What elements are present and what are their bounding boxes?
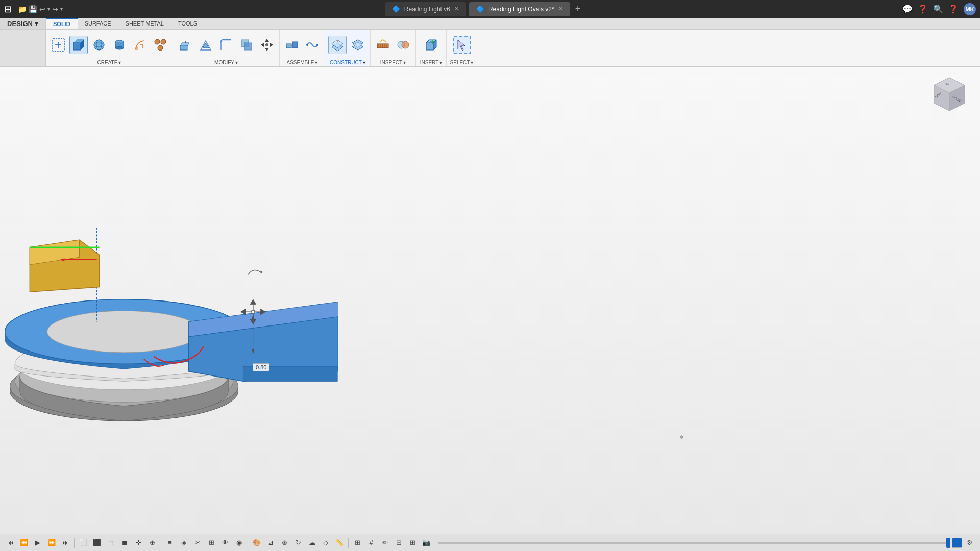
svg-text:TOP: TOP: [944, 82, 950, 85]
tab-sheet-metal[interactable]: SHEET METAL: [118, 18, 171, 29]
inspect-label[interactable]: INSPECT ▾: [380, 60, 406, 65]
snap-button[interactable]: ⊕: [146, 537, 158, 549]
timeline-thumb[interactable]: [946, 538, 950, 548]
solid-view-button[interactable]: ⬛: [91, 537, 103, 549]
color-swatch[interactable]: [952, 538, 962, 548]
apps-icon[interactable]: ⊞: [4, 4, 12, 15]
render-button[interactable]: ◇: [320, 537, 332, 549]
svg-rect-14: [135, 47, 138, 50]
joint-bottom-button[interactable]: ⊿: [264, 537, 277, 549]
tab-close-2[interactable]: ✕: [558, 6, 563, 12]
environment-button[interactable]: ☁: [306, 537, 318, 549]
separator-4: [348, 538, 349, 548]
grid-button[interactable]: #: [365, 537, 377, 549]
undo-icon[interactable]: ↩: [39, 5, 45, 13]
undo-arrow[interactable]: ▾: [47, 6, 50, 12]
frame-view-button[interactable]: ⬜: [77, 537, 89, 549]
modify-label[interactable]: MODIFY ▾: [214, 60, 238, 65]
group-assemble: ASSEMBLE ▾: [280, 30, 325, 66]
avatar[interactable]: MK: [964, 3, 976, 15]
select-icon[interactable]: [453, 36, 471, 54]
move-icon[interactable]: [258, 36, 276, 54]
shaded-button[interactable]: ◼: [118, 537, 131, 549]
assemble-icons: [283, 32, 322, 59]
insert-mesh-icon[interactable]: [422, 36, 440, 54]
midplane-icon[interactable]: [349, 36, 367, 54]
group-insert: INSERT ▾: [416, 30, 447, 66]
tab-reading-light-ovals-v2[interactable]: 🔷 Reading Light Ovals v2* ✕: [469, 2, 570, 16]
sketch-button[interactable]: ✏: [379, 537, 391, 549]
tab-icon-1: 🔷: [392, 5, 400, 13]
step-back-button[interactable]: ⏪: [18, 537, 30, 549]
design-dropdown[interactable]: DESIGN ▾: [0, 18, 46, 29]
cylinder-icon[interactable]: [110, 36, 129, 54]
group-modify: MODIFY ▾: [173, 30, 280, 66]
redo-arrow[interactable]: ▾: [60, 6, 63, 12]
settings-button[interactable]: ⚙: [964, 537, 976, 549]
save-icon[interactable]: 💾: [29, 5, 37, 13]
skip-forward-button[interactable]: ⏭: [59, 537, 71, 549]
base-button[interactable]: ⊟: [393, 537, 405, 549]
chat-icon[interactable]: 💬: [902, 4, 913, 14]
motion-icon[interactable]: [303, 36, 322, 54]
file-icon[interactable]: 📁: [18, 5, 27, 13]
assemble-label[interactable]: ASSEMBLE ▾: [287, 60, 318, 65]
skip-back-button[interactable]: ⏮: [4, 537, 16, 549]
add-tab-button[interactable]: +: [575, 4, 581, 14]
help-icon[interactable]: ❓: [948, 4, 959, 14]
box-icon[interactable]: [69, 36, 88, 54]
create-label[interactable]: CREATE ▾: [97, 60, 121, 65]
interference-icon[interactable]: [394, 36, 412, 54]
extrude-icon[interactable]: [176, 36, 194, 54]
viewport[interactable]: 0.80 TOP LEFT FRONT: [0, 67, 980, 534]
step-forward-button[interactable]: ⏩: [45, 537, 58, 549]
capture-button[interactable]: 📷: [420, 537, 432, 549]
motion-bottom-button[interactable]: ↻: [292, 537, 304, 549]
offset-plane-icon[interactable]: [328, 36, 347, 54]
tab-reading-light-v6[interactable]: 🔷 Reading Light v6 ✕: [385, 2, 466, 16]
svg-rect-22: [244, 43, 252, 50]
layer-button[interactable]: ≡: [164, 537, 176, 549]
measure-icon[interactable]: [374, 36, 392, 54]
svg-marker-26: [270, 43, 273, 47]
measure-bottom-button[interactable]: 📏: [333, 537, 346, 549]
construct-label[interactable]: CONSTRUCT ▾: [330, 60, 365, 65]
svg-point-11: [115, 46, 124, 49]
fillet-icon[interactable]: [217, 36, 235, 54]
design-panel-spacer: [0, 30, 46, 66]
design-label: DESIGN: [7, 20, 33, 28]
new-body-icon[interactable]: [49, 36, 67, 54]
animate-button[interactable]: ◈: [178, 537, 190, 549]
tab-close-1[interactable]: ✕: [454, 6, 459, 12]
question-icon[interactable]: ❓: [918, 4, 928, 14]
combine-icon[interactable]: [237, 36, 256, 54]
svg-marker-79: [260, 270, 263, 273]
layers-button[interactable]: ⊞: [406, 537, 419, 549]
group-inspect: INSPECT ▾: [371, 30, 416, 66]
viewcube[interactable]: TOP LEFT FRONT: [929, 72, 970, 113]
clip-button[interactable]: ✂: [191, 537, 204, 549]
insert-label[interactable]: INSERT ▾: [420, 60, 443, 65]
tab-solid[interactable]: SOLID: [46, 18, 78, 29]
tab-surface[interactable]: SURFACE: [78, 18, 118, 29]
redo-icon[interactable]: ↪: [52, 5, 58, 13]
pattern-icon[interactable]: [151, 36, 169, 54]
wireframe-button[interactable]: ◻: [105, 537, 117, 549]
search-icon[interactable]: 🔍: [933, 4, 943, 14]
timeline-bar[interactable]: [438, 542, 950, 544]
joint-icon[interactable]: [283, 36, 301, 54]
display-button[interactable]: ⊞: [351, 537, 363, 549]
revolve-icon[interactable]: [131, 36, 149, 54]
section-button[interactable]: ⊞: [205, 537, 217, 549]
move-button[interactable]: ✛: [132, 537, 144, 549]
material-button[interactable]: ◉: [233, 537, 245, 549]
play-button[interactable]: ▶: [32, 537, 44, 549]
contact-button[interactable]: ⊛: [278, 537, 290, 549]
tab-tools[interactable]: TOOLS: [171, 18, 204, 29]
show-hide-button[interactable]: 👁: [219, 537, 231, 549]
dimension-label: 0.80: [253, 363, 270, 371]
select-label[interactable]: SELECT ▾: [450, 60, 474, 65]
appearance-button[interactable]: 🎨: [251, 537, 263, 549]
sphere-icon[interactable]: [90, 36, 108, 54]
shell-icon[interactable]: [197, 36, 215, 54]
